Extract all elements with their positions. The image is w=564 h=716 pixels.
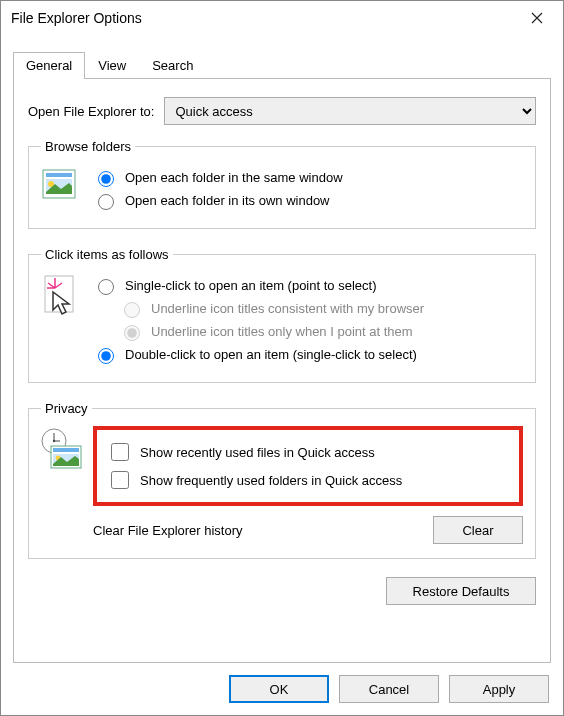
check-frequent-folders[interactable]: Show frequently used folders in Quick ac… bbox=[107, 468, 509, 492]
cancel-button[interactable]: Cancel bbox=[339, 675, 439, 703]
file-explorer-options-dialog: File Explorer Options General View Searc… bbox=[0, 0, 564, 716]
radio-own-window-label: Open each folder in its own window bbox=[125, 193, 330, 208]
radio-own-window[interactable]: Open each folder in its own window bbox=[93, 191, 523, 210]
browse-folders-legend: Browse folders bbox=[41, 139, 135, 154]
radio-underline-point: Underline icon titles only when I point … bbox=[119, 322, 523, 341]
dialog-button-row: OK Cancel Apply bbox=[1, 663, 563, 715]
clear-history-row: Clear File Explorer history Clear bbox=[93, 516, 523, 544]
radio-underline-browser-label: Underline icon titles consistent with my… bbox=[151, 301, 424, 316]
radio-single-click-label: Single-click to open an item (point to s… bbox=[125, 278, 376, 293]
restore-defaults-button[interactable]: Restore Defaults bbox=[386, 577, 536, 605]
privacy-highlight-box: Show recently used files in Quick access… bbox=[93, 426, 523, 506]
check-recent-files-input[interactable] bbox=[111, 443, 129, 461]
check-frequent-folders-input[interactable] bbox=[111, 471, 129, 489]
tab-general[interactable]: General bbox=[13, 52, 85, 79]
svg-rect-1 bbox=[46, 173, 72, 177]
open-explorer-to-row: Open File Explorer to: Quick access bbox=[28, 97, 536, 125]
tab-row: General View Search bbox=[13, 51, 551, 79]
tabs-area: General View Search bbox=[1, 35, 563, 79]
ok-button[interactable]: OK bbox=[229, 675, 329, 703]
radio-double-click[interactable]: Double-click to open an item (single-cli… bbox=[93, 345, 523, 364]
window-title: File Explorer Options bbox=[11, 10, 515, 26]
check-recent-files-label: Show recently used files in Quick access bbox=[140, 445, 375, 460]
radio-underline-point-label: Underline icon titles only when I point … bbox=[151, 324, 413, 339]
radio-same-window[interactable]: Open each folder in the same window bbox=[93, 168, 523, 187]
privacy-icon bbox=[41, 428, 81, 468]
radio-same-window-input[interactable] bbox=[98, 171, 114, 187]
radio-same-window-label: Open each folder in the same window bbox=[125, 170, 343, 185]
restore-defaults-row: Restore Defaults bbox=[28, 577, 536, 605]
browse-folders-icon bbox=[41, 166, 81, 206]
click-items-group: Click items as follows Single-click to o… bbox=[28, 247, 536, 383]
close-button[interactable] bbox=[515, 3, 559, 33]
title-bar: File Explorer Options bbox=[1, 1, 563, 35]
radio-single-click-input[interactable] bbox=[98, 279, 114, 295]
radio-single-click[interactable]: Single-click to open an item (point to s… bbox=[93, 276, 523, 295]
radio-underline-browser: Underline icon titles consistent with my… bbox=[119, 299, 523, 318]
click-items-icon bbox=[41, 274, 81, 314]
close-icon bbox=[531, 12, 543, 24]
apply-button[interactable]: Apply bbox=[449, 675, 549, 703]
clear-button[interactable]: Clear bbox=[433, 516, 523, 544]
tab-view[interactable]: View bbox=[85, 52, 139, 79]
privacy-group: Privacy Show recently used files in Quic… bbox=[28, 401, 536, 559]
open-explorer-to-select[interactable]: Quick access bbox=[164, 97, 536, 125]
tab-search[interactable]: Search bbox=[139, 52, 206, 79]
radio-underline-point-input bbox=[124, 325, 140, 341]
check-frequent-folders-label: Show frequently used folders in Quick ac… bbox=[140, 473, 402, 488]
click-items-legend: Click items as follows bbox=[41, 247, 173, 262]
clear-history-label: Clear File Explorer history bbox=[93, 523, 413, 538]
browse-folders-group: Browse folders Open each folder in the s… bbox=[28, 139, 536, 229]
privacy-legend: Privacy bbox=[41, 401, 92, 416]
open-explorer-to-label: Open File Explorer to: bbox=[28, 104, 154, 119]
svg-rect-10 bbox=[53, 448, 79, 452]
check-recent-files[interactable]: Show recently used files in Quick access bbox=[107, 440, 509, 464]
radio-double-click-input[interactable] bbox=[98, 348, 114, 364]
radio-own-window-input[interactable] bbox=[98, 194, 114, 210]
tab-content-general: Open File Explorer to: Quick access Brow… bbox=[13, 79, 551, 663]
radio-double-click-label: Double-click to open an item (single-cli… bbox=[125, 347, 417, 362]
radio-underline-browser-input bbox=[124, 302, 140, 318]
